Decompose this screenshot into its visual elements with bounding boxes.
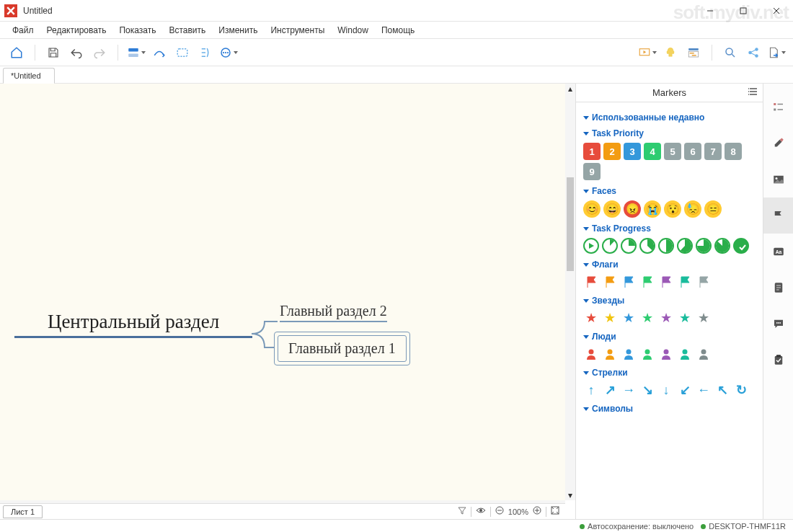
section-flags[interactable]: Флаги — [583, 260, 757, 270]
main-topic-2[interactable]: Главный раздел 2 — [280, 303, 387, 322]
boundary-button[interactable] — [172, 42, 193, 63]
menu-insert[interactable]: Вставить — [162, 23, 212, 37]
person-marker[interactable] — [583, 346, 599, 362]
share-button[interactable] — [743, 42, 764, 63]
priority-2-marker[interactable]: 2 — [603, 143, 621, 160]
priority-6-marker[interactable]: 6 — [684, 143, 701, 160]
person-marker[interactable] — [658, 346, 674, 362]
menu-file[interactable]: Файл — [6, 23, 40, 37]
arrow-marker[interactable]: ↘ — [639, 382, 655, 398]
star-marker[interactable]: ★ — [658, 310, 674, 326]
home-button[interactable] — [6, 42, 27, 63]
document-tab[interactable]: *Untitled — [3, 68, 55, 84]
face-cry-icon[interactable]: 😭 — [644, 200, 661, 218]
face-sleepy-icon[interactable]: 😓 — [684, 200, 701, 218]
menu-modify[interactable]: Изменить — [212, 23, 264, 37]
rail-task-icon[interactable] — [763, 342, 794, 378]
fit-button[interactable] — [551, 506, 559, 517]
scroll-down-icon[interactable]: ▾ — [565, 490, 575, 500]
flag-marker[interactable] — [696, 274, 712, 290]
progress-12-marker[interactable] — [602, 238, 618, 254]
section-arrows[interactable]: Стрелки — [583, 368, 757, 378]
section-people[interactable]: Люди — [583, 332, 757, 342]
face-smile-icon[interactable]: 😊 — [583, 200, 601, 218]
face-grin-icon[interactable]: 😄 — [603, 200, 621, 218]
star-marker[interactable]: ★ — [602, 310, 618, 326]
menu-window[interactable]: Window — [331, 23, 375, 37]
section-stars[interactable]: Звезды — [583, 296, 757, 306]
main-topic-1-selected[interactable]: Главный раздел 1 — [274, 332, 410, 365]
person-marker[interactable] — [677, 346, 693, 362]
arrow-marker[interactable]: → — [621, 382, 637, 398]
priority-3-marker[interactable]: 3 — [624, 143, 641, 160]
rail-markers-icon[interactable] — [763, 198, 794, 234]
rail-comments-icon[interactable] — [763, 306, 794, 342]
panel-menu-icon[interactable] — [748, 87, 758, 98]
maximize-button[interactable] — [727, 0, 760, 22]
progress-62-marker[interactable] — [677, 238, 693, 254]
section-recent[interactable]: Использованные недавно — [583, 112, 757, 123]
arrow-marker[interactable]: ← — [696, 382, 712, 398]
priority-4-marker[interactable]: 4 — [644, 143, 661, 160]
progress-100-marker[interactable] — [733, 238, 749, 254]
progress-50-marker[interactable] — [658, 238, 674, 254]
flag-marker[interactable] — [658, 274, 674, 290]
priority-1-marker[interactable]: 1 — [583, 143, 601, 160]
menu-help[interactable]: Помощь — [375, 23, 421, 37]
relationship-button[interactable] — [149, 42, 170, 63]
star-marker[interactable]: ★ — [621, 310, 637, 326]
central-topic[interactable]: Центральный раздел — [14, 311, 252, 338]
export-button[interactable] — [766, 42, 787, 63]
section-faces[interactable]: Faces — [583, 186, 757, 196]
section-symbols[interactable]: Символы — [583, 404, 757, 414]
topic-button[interactable] — [125, 42, 147, 63]
filter-icon[interactable] — [458, 506, 466, 517]
rail-image-icon[interactable] — [763, 161, 794, 198]
progress-75-marker[interactable] — [696, 238, 712, 254]
eye-icon[interactable] — [476, 506, 486, 517]
flag-marker[interactable] — [583, 274, 599, 290]
undo-button[interactable] — [66, 42, 87, 63]
person-marker[interactable] — [621, 346, 637, 362]
star-marker[interactable]: ★ — [677, 310, 693, 326]
menu-show[interactable]: Показать — [112, 23, 162, 37]
star-marker[interactable]: ★ — [639, 310, 655, 326]
face-surprise-icon[interactable]: 😯 — [664, 200, 681, 218]
priority-5-marker[interactable]: 5 — [664, 143, 681, 160]
more-button[interactable] — [218, 42, 239, 63]
flag-marker[interactable] — [621, 274, 637, 290]
progress-87-marker[interactable] — [714, 238, 730, 254]
arrow-marker[interactable]: ↑ — [583, 382, 599, 398]
arrow-marker[interactable]: ↗ — [602, 382, 618, 398]
flag-marker[interactable] — [602, 274, 618, 290]
save-button[interactable] — [43, 42, 64, 63]
scroll-up-icon[interactable]: ▴ — [565, 84, 575, 94]
person-marker[interactable] — [639, 346, 655, 362]
menu-edit[interactable]: Редактировать — [40, 23, 113, 37]
mindmap-canvas[interactable]: Центральный раздел Главный раздел 2 Глав… — [0, 84, 565, 500]
arrow-marker[interactable]: ↓ — [658, 382, 674, 398]
person-marker[interactable] — [696, 346, 712, 362]
vertical-scrollbar[interactable]: ▴ ▾ — [565, 84, 575, 500]
flag-marker[interactable] — [639, 274, 655, 290]
arrow-marker[interactable]: ↙ — [677, 382, 693, 398]
zoom-level[interactable]: 100% — [508, 507, 528, 516]
menu-tools[interactable]: Инструменты — [264, 23, 331, 37]
person-marker[interactable] — [602, 346, 618, 362]
zoom-out-button[interactable] — [495, 506, 504, 517]
sheet-tab[interactable]: Лист 1 — [3, 505, 43, 518]
brainstorm-button[interactable] — [660, 42, 681, 63]
priority-9-marker[interactable]: 9 — [583, 163, 601, 180]
star-marker[interactable]: ★ — [583, 310, 599, 326]
gantt-button[interactable] — [683, 42, 704, 63]
arrow-marker[interactable]: ↖ — [714, 382, 730, 398]
progress-25-marker[interactable] — [621, 238, 637, 254]
rail-notes-icon[interactable] — [763, 270, 794, 306]
progress-37-marker[interactable] — [639, 238, 655, 254]
star-marker[interactable]: ★ — [696, 310, 712, 326]
section-progress[interactable]: Task Progress — [583, 223, 757, 234]
search-button[interactable] — [719, 42, 741, 63]
scroll-thumb[interactable] — [567, 177, 574, 271]
section-priority[interactable]: Task Priority — [583, 128, 757, 138]
presentation-button[interactable] — [637, 42, 658, 63]
